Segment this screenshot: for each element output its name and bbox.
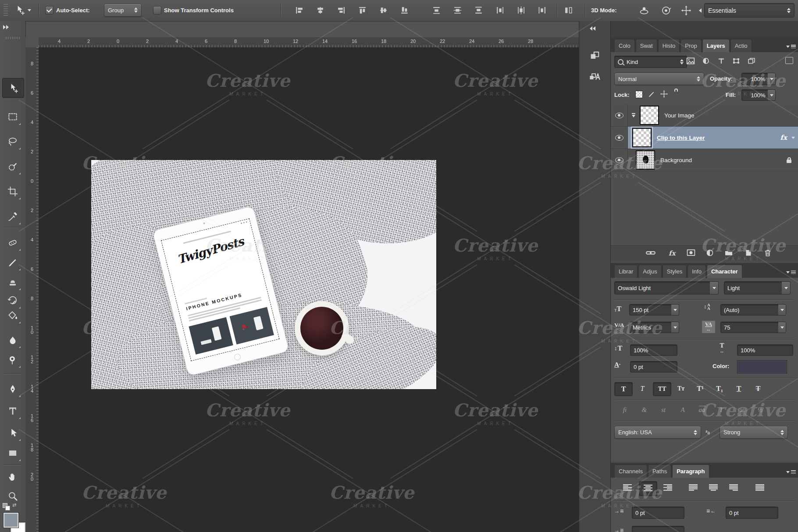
tab-swatches[interactable]: Swat: [636, 39, 657, 52]
toolbar-grip[interactable]: [6, 37, 20, 39]
layer-row[interactable]: Your Image: [611, 104, 798, 127]
layer-name[interactable]: Your Image: [664, 112, 695, 119]
align-text-right-button[interactable]: [659, 481, 677, 495]
fractions-button[interactable]: ½: [752, 404, 768, 415]
3d-rotate-icon[interactable]: [638, 5, 650, 18]
fx-icon[interactable]: fx: [780, 134, 787, 142]
vertical-scale-field[interactable]: 100%: [630, 344, 677, 356]
foreground-color-swatch[interactable]: [4, 513, 18, 528]
layer-filter-dropdown[interactable]: Kind: [614, 56, 687, 68]
brush-tool[interactable]: [4, 254, 21, 271]
tracking-field[interactable]: 75: [720, 322, 785, 333]
align-text-left-button[interactable]: [619, 481, 636, 495]
ruler-vertical[interactable]: 8642024681 01 21 41 61 82 0: [25, 47, 39, 532]
panel-menu-icon[interactable]: [786, 45, 796, 49]
all-caps-button[interactable]: TT: [653, 382, 671, 396]
panel-menu-icon[interactable]: [786, 270, 796, 274]
distribute-vertical-centers-icon[interactable]: [453, 6, 462, 16]
layer-thumbnail[interactable]: [640, 106, 659, 125]
swash-button[interactable]: A: [675, 404, 691, 415]
path-selection-tool[interactable]: [4, 424, 21, 442]
3d-pan-icon[interactable]: [680, 5, 692, 18]
visibility-cell[interactable]: [611, 127, 628, 149]
tracking-dropdown-button[interactable]: [778, 322, 786, 333]
blend-mode-dropdown[interactable]: Normal: [614, 73, 704, 85]
auto-select-mode-dropdown[interactable]: Group: [104, 4, 142, 17]
baseline-shift-field[interactable]: 0 pt: [630, 361, 677, 372]
options-grip[interactable]: [4, 4, 8, 17]
justify-last-right-button[interactable]: [725, 481, 742, 495]
filter-pixel-layers-icon[interactable]: [686, 57, 695, 66]
show-transform-checkbox[interactable]: [153, 6, 161, 14]
dodge-tool[interactable]: [4, 351, 21, 369]
fx-expand-icon[interactable]: [791, 137, 795, 139]
character-panel-icon[interactable]: [585, 67, 605, 84]
new-adjustment-layer-icon[interactable]: [706, 249, 714, 258]
tab-layers[interactable]: Layers: [702, 39, 730, 52]
visibility-cell[interactable]: [611, 104, 628, 126]
layer-thumbnail[interactable]: [636, 150, 655, 170]
tab-actions[interactable]: Actio: [730, 39, 752, 52]
ordinals-button[interactable]: 1st: [733, 404, 748, 415]
align-vertical-centers-icon[interactable]: [379, 6, 388, 16]
tab-paths[interactable]: Paths: [648, 465, 671, 478]
rectangle-shape-tool[interactable]: [4, 444, 21, 462]
horizontal-scale-field[interactable]: 100%: [737, 344, 793, 356]
contextual-alternates-button[interactable]: &: [636, 404, 652, 415]
align-right-edges-icon[interactable]: [337, 6, 346, 16]
align-horizontal-centers-icon[interactable]: [316, 6, 325, 16]
distribute-left-edges-icon[interactable]: [495, 6, 505, 16]
ruler-horizontal[interactable]: 420246810121416182022242628: [39, 37, 579, 48]
justify-all-button[interactable]: [751, 481, 769, 495]
underline-button[interactable]: T: [730, 382, 748, 395]
opacity-dropdown-button[interactable]: [768, 73, 776, 85]
justify-last-left-button[interactable]: [684, 481, 702, 495]
distribute-top-edges-icon[interactable]: [432, 6, 441, 16]
auto-align-layers-icon[interactable]: [564, 6, 573, 16]
align-top-edges-icon[interactable]: [358, 6, 367, 16]
stylistic-alternates-button[interactable]: aa: [694, 404, 710, 415]
clone-stamp-tool[interactable]: [4, 273, 21, 291]
lock-position-icon[interactable]: [660, 90, 668, 99]
blur-tool[interactable]: [4, 331, 21, 349]
toolbar-expand-icon[interactable]: [3, 25, 9, 29]
faux-bold-button[interactable]: T: [614, 382, 633, 396]
layer-row[interactable]: Background: [611, 149, 798, 171]
align-left-edges-icon[interactable]: [295, 6, 304, 16]
distribute-horizontal-centers-icon[interactable]: [517, 6, 526, 16]
distribute-right-edges-icon[interactable]: [538, 6, 547, 16]
align-bottom-edges-icon[interactable]: [400, 6, 409, 16]
anti-alias-dropdown[interactable]: Strong: [720, 426, 788, 439]
crop-tool[interactable]: [4, 183, 21, 200]
language-dropdown[interactable]: English: USA: [614, 426, 701, 439]
indent-left-field[interactable]: 0 pt: [632, 507, 684, 519]
tab-libraries[interactable]: Librar: [614, 265, 638, 278]
font-size-dropdown-button[interactable]: [671, 304, 679, 316]
layer-name[interactable]: Clip to this Layer: [657, 135, 705, 141]
lasso-tool[interactable]: [4, 133, 21, 150]
lock-pixels-icon[interactable]: [648, 90, 656, 99]
add-layer-mask-icon[interactable]: [687, 249, 695, 258]
layer-row-selected[interactable]: Clip to this Layer fx: [611, 127, 798, 149]
leading-dropdown-button[interactable]: [778, 304, 786, 316]
type-tool[interactable]: [4, 402, 21, 420]
workspace-collapse-icon[interactable]: [699, 8, 702, 13]
align-text-center-button[interactable]: [639, 481, 657, 496]
filter-shape-layers-icon[interactable]: [732, 57, 740, 66]
justify-last-center-button[interactable]: [705, 481, 722, 495]
workspace-dropdown[interactable]: Essentials: [704, 3, 794, 18]
spot-healing-brush-tool[interactable]: [4, 234, 21, 252]
tab-paragraph[interactable]: Paragraph: [672, 465, 709, 478]
tab-character[interactable]: Character: [707, 265, 742, 278]
visibility-cell[interactable]: [611, 149, 628, 171]
layer-name[interactable]: Background: [660, 157, 692, 163]
canvas-pasteboard[interactable]: TwigyPosts IPHONE MOCKUPS: [39, 47, 579, 532]
new-group-icon[interactable]: [724, 249, 733, 258]
quick-selection-tool[interactable]: [4, 158, 21, 175]
tab-properties[interactable]: Prop: [680, 39, 701, 52]
3d-roll-icon[interactable]: [660, 5, 672, 18]
subscript-button[interactable]: T₁: [711, 382, 728, 395]
filter-adjustment-layers-icon[interactable]: [702, 57, 710, 66]
hand-tool[interactable]: [4, 468, 21, 486]
font-style-dropdown-button[interactable]: [782, 281, 791, 294]
